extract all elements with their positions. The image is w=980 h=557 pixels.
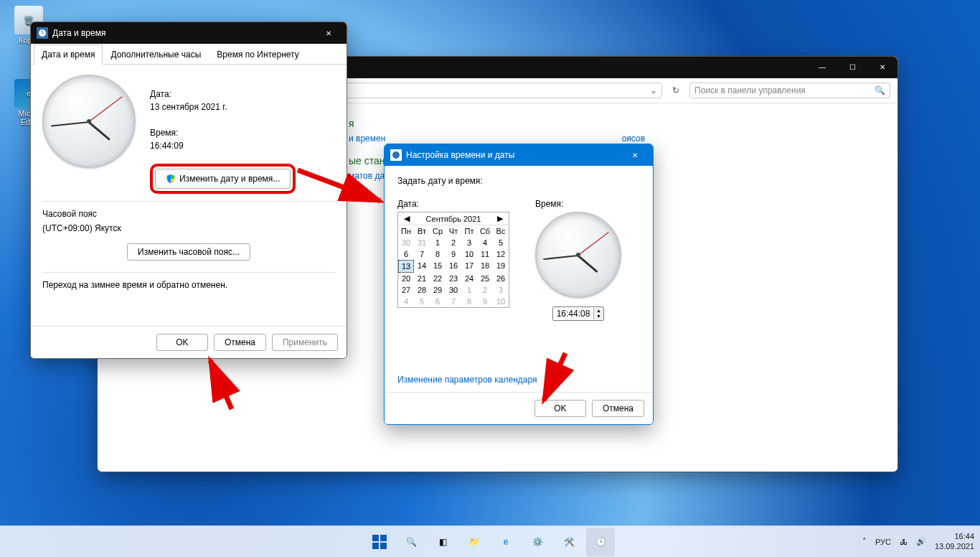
calendar-day[interactable]: 30 [398, 237, 414, 248]
calendar-day[interactable]: 25 [477, 273, 493, 284]
ok-button[interactable]: OK [534, 400, 586, 417]
calendar: ◀ Сентябрь 2021 ▶ ПнВтСрЧтПтСбВс30311234… [397, 212, 509, 308]
change-datetime-button[interactable]: Изменить дату и время... [155, 169, 291, 189]
network-icon[interactable]: 🖧 [900, 538, 908, 546]
minimize-button[interactable]: — [807, 57, 837, 77]
set-datetime-dialog: Настройка времени и даты ✕ Задать дату и… [384, 144, 654, 425]
refresh-icon[interactable]: ↻ [668, 85, 684, 95]
svg-rect-4 [372, 535, 379, 541]
calendar-day[interactable]: 18 [477, 260, 493, 273]
calendar-day[interactable]: 14 [414, 260, 430, 273]
calendar-day[interactable]: 26 [493, 273, 509, 284]
time-label: Время: [535, 199, 621, 209]
close-button[interactable]: ✕ [867, 57, 897, 77]
calendar-day[interactable]: 2 [446, 237, 461, 248]
apply-button[interactable]: Применить [272, 334, 338, 351]
maximize-button[interactable]: ☐ [837, 57, 867, 77]
calendar-day-header: Ср [430, 225, 446, 237]
calendar-day[interactable]: 8 [461, 296, 477, 307]
calendar-day[interactable]: 9 [477, 296, 493, 307]
calendar-day[interactable]: 15 [430, 260, 446, 273]
tray-chevron-icon[interactable]: ˄ [862, 537, 867, 546]
calendar-day[interactable]: 23 [446, 273, 461, 284]
calendar-day[interactable]: 1 [461, 284, 477, 296]
next-month-button[interactable]: ▶ [494, 214, 506, 223]
spinner-down-button[interactable]: ▼ [594, 314, 603, 319]
cp-link[interactable]: и времен [349, 134, 385, 144]
taskbar-clock[interactable]: 16:44 13.09.2021 [935, 532, 974, 551]
calendar-day[interactable]: 28 [414, 284, 430, 296]
calendar-day-header: Пн [398, 225, 414, 237]
calendar-day[interactable]: 20 [398, 273, 414, 284]
tab-internet-time[interactable]: Время по Интернету [209, 45, 306, 65]
language-indicator[interactable]: РУС [875, 538, 891, 546]
search-input[interactable]: Поиск в панели управления 🔍 [689, 83, 890, 98]
calendar-day[interactable]: 4 [477, 237, 493, 248]
calendar-day[interactable]: 16 [446, 260, 461, 273]
calendar-day[interactable]: 6 [430, 296, 446, 307]
close-button[interactable]: ✕ [314, 23, 344, 43]
calendar-day[interactable]: 22 [430, 273, 446, 284]
calendar-day[interactable]: 8 [430, 248, 446, 260]
highlight-change-datetime: Изменить дату и время... [150, 164, 296, 194]
calendar-day[interactable]: 30 [446, 284, 461, 296]
calendar-day[interactable]: 4 [398, 296, 414, 307]
tab-additional-clocks[interactable]: Дополнительные часы [103, 45, 209, 65]
calendar-day[interactable]: 6 [398, 248, 414, 260]
chevron-down-icon[interactable]: ⌄ [650, 85, 657, 95]
search-button[interactable]: 🔍 [397, 528, 425, 556]
close-button[interactable]: ✕ [620, 145, 650, 165]
ok-button[interactable]: OK [156, 334, 208, 351]
calendar-settings-link[interactable]: Изменение параметров календаря [397, 375, 640, 385]
calendar-day-header: Вт [414, 225, 430, 237]
analog-clock [535, 212, 621, 298]
edge-button[interactable]: e [491, 528, 520, 556]
calendar-day[interactable]: 1 [430, 237, 446, 248]
date-label: Дата: [150, 88, 296, 100]
calendar-day[interactable]: 3 [493, 284, 509, 296]
change-timezone-button[interactable]: Изменить часовой пояс... [127, 243, 250, 261]
calendar-day[interactable]: 9 [446, 248, 461, 260]
settings-button[interactable]: ⚙️ [523, 528, 552, 556]
calendar-day[interactable]: 31 [414, 237, 430, 248]
calendar-day-header: Вс [493, 225, 509, 237]
cp-link[interactable]: матов дат [349, 171, 388, 181]
calendar-day[interactable]: 12 [493, 248, 509, 260]
dlg1-body: Дата: 13 сентября 2021 г. Время: 16:44:0… [31, 65, 347, 326]
control-panel-button[interactable]: 🛠️ [555, 528, 583, 556]
explorer-button[interactable]: 📁 [460, 528, 489, 556]
time-input[interactable] [553, 307, 593, 320]
calendar-day[interactable]: 11 [477, 248, 493, 260]
calendar-day[interactable]: 19 [493, 260, 509, 273]
calendar-day[interactable]: 7 [414, 248, 430, 260]
dlg2-body: Задать дату и время: Дата: ◀ Сентябрь 20… [385, 166, 653, 392]
calendar-day[interactable]: 3 [461, 237, 477, 248]
calendar-day[interactable]: 2 [477, 284, 493, 296]
cancel-button[interactable]: Отмена [214, 334, 266, 351]
tab-datetime[interactable]: Дата и время [34, 45, 103, 65]
calendar-day[interactable]: 5 [493, 237, 509, 248]
calendar-day[interactable]: 5 [414, 296, 430, 307]
calendar-day[interactable]: 17 [461, 260, 477, 273]
taskview-button[interactable]: ◧ [428, 528, 457, 556]
start-button[interactable] [365, 528, 394, 556]
datetime-app-button[interactable]: 🕒 [586, 528, 615, 556]
dlg2-titlebar[interactable]: Настройка времени и даты ✕ [385, 144, 653, 166]
cancel-button[interactable]: Отмена [592, 400, 644, 417]
volume-icon[interactable]: 🔊 [916, 537, 926, 546]
calendar-day[interactable]: 10 [461, 248, 477, 260]
svg-rect-6 [372, 543, 379, 549]
calendar-day[interactable]: 24 [461, 273, 477, 284]
prev-month-button[interactable]: ◀ [401, 214, 413, 223]
spinner-up-button[interactable]: ▲ [594, 308, 603, 314]
cp-link[interactable]: оясов [622, 134, 645, 144]
calendar-day[interactable]: 27 [398, 284, 414, 296]
calendar-day[interactable]: 7 [446, 296, 461, 307]
calendar-day[interactable]: 13 [398, 260, 414, 273]
cp-section-heading: я [349, 118, 877, 129]
calendar-day[interactable]: 21 [414, 273, 430, 284]
calendar-day[interactable]: 10 [493, 296, 509, 307]
calendar-day[interactable]: 29 [430, 284, 446, 296]
dlg1-titlebar[interactable]: Дата и время ✕ [31, 22, 347, 44]
time-spinner[interactable]: ▲ ▼ [552, 306, 604, 321]
